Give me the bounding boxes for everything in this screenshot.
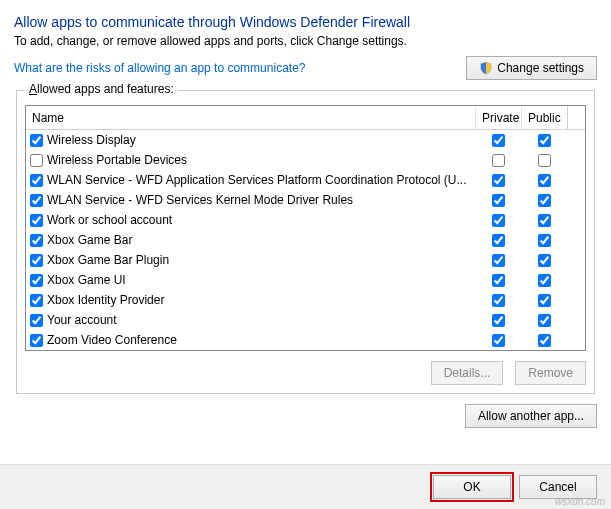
private-checkbox[interactable] [492, 294, 505, 307]
app-enable-checkbox[interactable] [30, 174, 43, 187]
table-row[interactable]: Your account [26, 310, 585, 330]
col-name[interactable]: Name [26, 107, 475, 129]
public-checkbox[interactable] [538, 274, 551, 287]
public-checkbox[interactable] [538, 134, 551, 147]
private-checkbox[interactable] [492, 334, 505, 347]
details-button[interactable]: Details... [431, 361, 504, 385]
dialog-footer: OK Cancel [0, 464, 611, 509]
app-enable-checkbox[interactable] [30, 214, 43, 227]
app-name: Wireless Display [47, 133, 136, 147]
app-enable-checkbox[interactable] [30, 274, 43, 287]
private-checkbox[interactable] [492, 174, 505, 187]
app-name: Your account [47, 313, 117, 327]
app-name: Xbox Identity Provider [47, 293, 164, 307]
ok-button[interactable]: OK [433, 475, 511, 499]
table-row[interactable]: Xbox Game UI [26, 270, 585, 290]
private-checkbox[interactable] [492, 254, 505, 267]
private-checkbox[interactable] [492, 234, 505, 247]
app-name: WLAN Service - WFD Application Services … [47, 173, 466, 187]
shield-icon [479, 61, 493, 75]
app-enable-checkbox[interactable] [30, 334, 43, 347]
app-name: Wireless Portable Devices [47, 153, 187, 167]
public-checkbox[interactable] [538, 254, 551, 267]
public-checkbox[interactable] [538, 334, 551, 347]
table-row[interactable]: WLAN Service - WFD Application Services … [26, 170, 585, 190]
app-enable-checkbox[interactable] [30, 294, 43, 307]
app-enable-checkbox[interactable] [30, 154, 43, 167]
page-subtitle: To add, change, or remove allowed apps a… [14, 34, 597, 48]
help-link[interactable]: What are the risks of allowing an app to… [14, 61, 305, 75]
table-row[interactable]: Xbox Game Bar Plugin [26, 250, 585, 270]
scrollbar-header-spacer [567, 106, 585, 129]
private-checkbox[interactable] [492, 214, 505, 227]
app-name: Xbox Game Bar Plugin [47, 253, 169, 267]
public-checkbox[interactable] [538, 214, 551, 227]
table-row[interactable]: Wireless Portable Devices [26, 150, 585, 170]
app-enable-checkbox[interactable] [30, 134, 43, 147]
table-row[interactable]: Xbox Identity Provider [26, 290, 585, 310]
allowed-apps-group: Allowed apps and features: Name Private … [16, 90, 595, 394]
col-public[interactable]: Public [521, 107, 567, 129]
app-enable-checkbox[interactable] [30, 194, 43, 207]
private-checkbox[interactable] [492, 314, 505, 327]
list-header: Name Private Public [26, 106, 585, 130]
app-name: Work or school account [47, 213, 172, 227]
change-settings-label: Change settings [497, 61, 584, 75]
app-enable-checkbox[interactable] [30, 314, 43, 327]
private-checkbox[interactable] [492, 194, 505, 207]
app-name: WLAN Service - WFD Services Kernel Mode … [47, 193, 353, 207]
public-checkbox[interactable] [538, 234, 551, 247]
private-checkbox[interactable] [492, 154, 505, 167]
public-checkbox[interactable] [538, 314, 551, 327]
app-enable-checkbox[interactable] [30, 234, 43, 247]
change-settings-button[interactable]: Change settings [466, 56, 597, 80]
watermark: wsxdn.com [555, 496, 605, 507]
table-row[interactable]: Zoom Video Conference [26, 330, 585, 350]
allow-another-app-button[interactable]: Allow another app... [465, 404, 597, 428]
app-name: Xbox Game Bar [47, 233, 132, 247]
private-checkbox[interactable] [492, 274, 505, 287]
app-name: Zoom Video Conference [47, 333, 177, 347]
apps-list: Name Private Public Wireless DisplayWire… [25, 105, 586, 351]
group-label: Allowed apps and features: [25, 82, 178, 96]
app-name: Xbox Game UI [47, 273, 126, 287]
table-row[interactable]: Wireless Display [26, 130, 585, 150]
list-body[interactable]: Wireless DisplayWireless Portable Device… [26, 130, 585, 350]
col-private[interactable]: Private [475, 107, 521, 129]
table-row[interactable]: WLAN Service - WFD Services Kernel Mode … [26, 190, 585, 210]
public-checkbox[interactable] [538, 194, 551, 207]
public-checkbox[interactable] [538, 154, 551, 167]
table-row[interactable]: Xbox Game Bar [26, 230, 585, 250]
private-checkbox[interactable] [492, 134, 505, 147]
page-title: Allow apps to communicate through Window… [14, 14, 597, 30]
app-enable-checkbox[interactable] [30, 254, 43, 267]
public-checkbox[interactable] [538, 174, 551, 187]
remove-button[interactable]: Remove [515, 361, 586, 385]
public-checkbox[interactable] [538, 294, 551, 307]
table-row[interactable]: Work or school account [26, 210, 585, 230]
